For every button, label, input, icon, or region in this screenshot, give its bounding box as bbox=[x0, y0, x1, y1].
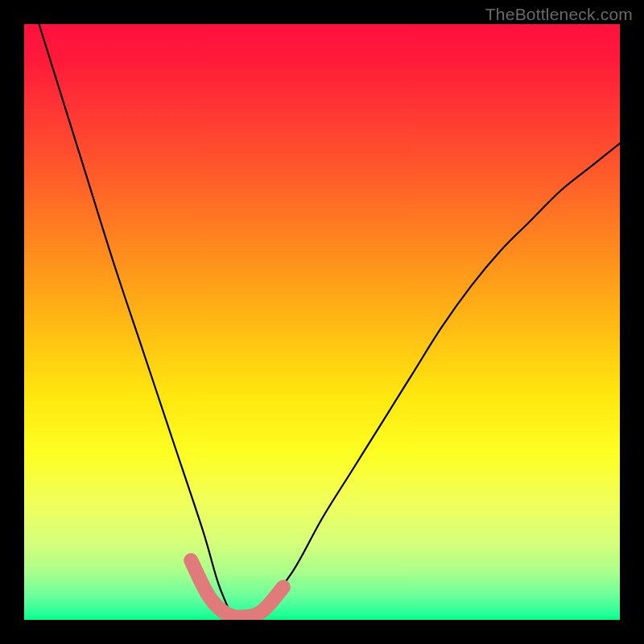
bottleneck-curve-line bbox=[24, 24, 620, 620]
curve-layer bbox=[24, 24, 620, 620]
optimal-range-highlight bbox=[191, 560, 283, 617]
watermark-text: TheBottleneck.com bbox=[485, 5, 633, 24]
heat-gradient-plot-area bbox=[24, 24, 620, 620]
chart-frame: TheBottleneck.com bbox=[0, 0, 644, 644]
